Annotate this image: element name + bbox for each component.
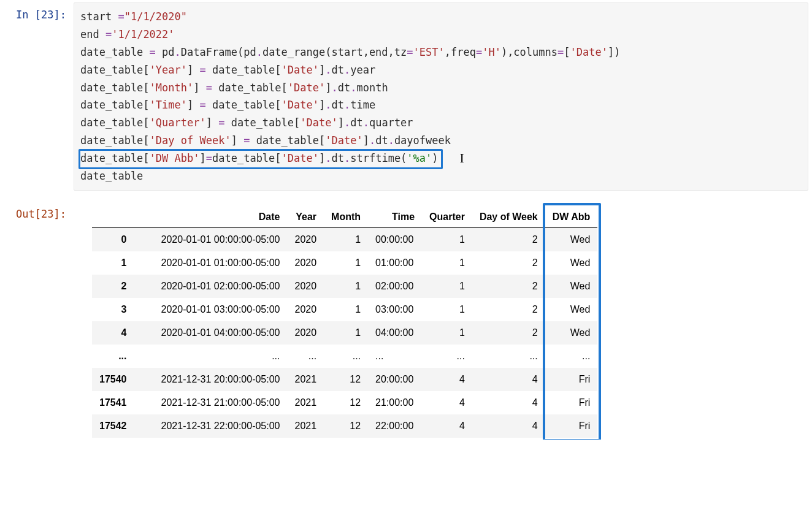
- cell: 4: [422, 414, 472, 438]
- cell: 2020: [288, 275, 324, 298]
- column-header: Time: [368, 207, 422, 228]
- cell: ...: [324, 345, 368, 368]
- column-header: Quarter: [422, 207, 472, 228]
- cell: 20:00:00: [368, 368, 422, 391]
- code-line[interactable]: date_table['DW Abb']=date_table['Date'].…: [80, 150, 802, 167]
- row-index: 17541: [92, 391, 134, 414]
- column-header: Day of Week: [472, 207, 545, 228]
- cell: 4: [422, 368, 472, 391]
- code-line[interactable]: date_table['Day of Week'] = date_table['…: [80, 132, 802, 150]
- cell: 1: [422, 227, 472, 251]
- cell: 4: [422, 391, 472, 414]
- cell: 1: [324, 275, 368, 298]
- cell: 2020-01-01 04:00:00-05:00: [134, 321, 288, 345]
- code-line[interactable]: start ="1/1/2020": [80, 8, 802, 26]
- cell: Wed: [545, 321, 598, 345]
- table-row: 02020-01-01 00:00:00-05:002020100:00:001…: [92, 227, 597, 251]
- cell: 1: [324, 251, 368, 275]
- cell: 2020: [288, 227, 324, 251]
- cell: 2020-01-01 00:00:00-05:00: [134, 227, 288, 251]
- code-line[interactable]: date_table: [80, 167, 802, 185]
- cell: Wed: [545, 251, 598, 275]
- cell: 12: [324, 414, 368, 438]
- cell: 04:00:00: [368, 321, 422, 345]
- cell: Fri: [545, 368, 598, 391]
- cell: 21:00:00: [368, 391, 422, 414]
- row-index: 17540: [92, 368, 134, 391]
- code-line[interactable]: date_table['Time'] = date_table['Date'].…: [80, 96, 802, 114]
- cell: 1: [422, 321, 472, 345]
- row-index: 4: [92, 321, 134, 345]
- cell: 00:00:00: [368, 227, 422, 251]
- code-line[interactable]: date_table['Quarter'] = date_table['Date…: [80, 114, 802, 132]
- row-index: 1: [92, 251, 134, 275]
- cell: 1: [324, 298, 368, 321]
- table-row: 42020-01-01 04:00:00-05:002020104:00:001…: [92, 321, 597, 345]
- cell: 2021-12-31 20:00:00-05:00: [134, 368, 288, 391]
- table-row: 12020-01-01 01:00:00-05:002020101:00:001…: [92, 251, 597, 275]
- cell: 4: [472, 414, 545, 438]
- cell: 2021: [288, 391, 324, 414]
- cell: 4: [472, 368, 545, 391]
- out-prefix: Out: [16, 208, 35, 220]
- cell: 1: [422, 298, 472, 321]
- cell: 2: [472, 321, 545, 345]
- cell: 2: [472, 227, 545, 251]
- cell: Fri: [545, 414, 598, 438]
- cell: ...: [545, 345, 598, 368]
- cell: 2021-12-31 21:00:00-05:00: [134, 391, 288, 414]
- output-prompt: Out[23]:: [0, 202, 74, 220]
- cell: ...: [134, 345, 288, 368]
- cell: 01:00:00: [368, 251, 422, 275]
- table-row: 22020-01-01 02:00:00-05:002020102:00:001…: [92, 275, 597, 298]
- cell: 1: [324, 321, 368, 345]
- cell: 4: [472, 391, 545, 414]
- table-row: 175422021-12-31 22:00:00-05:0020211222:0…: [92, 414, 597, 438]
- cell: 12: [324, 391, 368, 414]
- cell: 2020-01-01 03:00:00-05:00: [134, 298, 288, 321]
- code-line[interactable]: end ='1/1/2022': [80, 26, 802, 44]
- code-line[interactable]: date_table['Year'] = date_table['Date'].…: [80, 61, 802, 79]
- cell: 2020: [288, 298, 324, 321]
- cell: ...: [422, 345, 472, 368]
- in-exec-count: 23: [41, 9, 53, 21]
- cell: 03:00:00: [368, 298, 422, 321]
- cell: Fri: [545, 391, 598, 414]
- cell: 2: [472, 275, 545, 298]
- row-index: ...: [92, 345, 134, 368]
- cell: 1: [324, 227, 368, 251]
- column-header: Date: [134, 207, 288, 228]
- table-row: ........................: [92, 345, 597, 368]
- cell: ...: [472, 345, 545, 368]
- column-header: DW Abb: [545, 207, 598, 228]
- dataframe-wrap: DateYearMonthTimeQuarterDay of WeekDW Ab…: [92, 207, 597, 438]
- row-index: 3: [92, 298, 134, 321]
- dataframe-corner: [92, 207, 134, 228]
- input-prompt: In [23]:: [0, 2, 74, 21]
- table-row: 175402021-12-31 20:00:00-05:0020211220:0…: [92, 368, 597, 391]
- cell: Wed: [545, 227, 598, 251]
- code-line[interactable]: date_table = pd.DataFrame(pd.date_range(…: [80, 44, 802, 61]
- output-cell: Out[23]: DateYearMonthTimeQuarterDay of …: [0, 202, 812, 440]
- row-index: 2: [92, 275, 134, 298]
- cell: Wed: [545, 298, 598, 321]
- in-prefix: In: [16, 9, 35, 21]
- code-line[interactable]: date_table['Month'] = date_table['Date']…: [80, 79, 802, 97]
- cell: 2020: [288, 321, 324, 345]
- output-area: DateYearMonthTimeQuarterDay of WeekDW Ab…: [74, 202, 812, 440]
- code-editor[interactable]: start ="1/1/2020"end ='1/1/2022'date_tab…: [74, 2, 808, 191]
- cell: 2020-01-01 01:00:00-05:00: [134, 251, 288, 275]
- cell: 2021: [288, 414, 324, 438]
- column-header: Year: [288, 207, 324, 228]
- cell: ...: [288, 345, 324, 368]
- cell: Wed: [545, 275, 598, 298]
- dataframe-table: DateYearMonthTimeQuarterDay of WeekDW Ab…: [92, 207, 597, 438]
- cell: 02:00:00: [368, 275, 422, 298]
- cell: 12: [324, 368, 368, 391]
- cell: 2: [472, 251, 545, 275]
- cell: 2020-01-01 02:00:00-05:00: [134, 275, 288, 298]
- cell: 2020: [288, 251, 324, 275]
- input-cell: In [23]: start ="1/1/2020"end ='1/1/2022…: [0, 2, 812, 191]
- out-exec-count: 23: [41, 208, 53, 220]
- cell: ...: [368, 345, 422, 368]
